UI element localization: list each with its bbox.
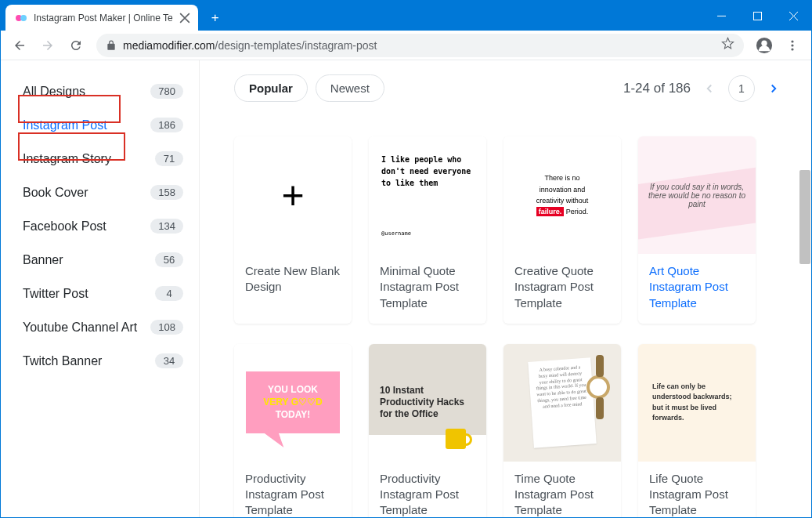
reload-button[interactable] [63, 33, 88, 58]
filter-newest[interactable]: Newest [316, 74, 384, 102]
sidebar-item-label: Instagram Story [23, 152, 111, 166]
svg-point-4 [761, 40, 767, 45]
template-thumbnail: Life can only be understood backwards; b… [638, 344, 756, 462]
sidebar-item-label: Instagram Post [23, 118, 107, 132]
template-card-create-blank[interactable]: + Create New Blank Design [234, 136, 352, 324]
window-controls [703, 1, 811, 31]
sidebar-item-label: All Designs [23, 85, 85, 99]
template-card[interactable]: 10 Instant Productivity Hacks for the Of… [369, 344, 486, 517]
sidebar-item-label: Banner [23, 253, 63, 267]
sidebar-item-banner[interactable]: Banner 56 [15, 243, 191, 277]
maximize-button[interactable] [739, 1, 775, 31]
pagination: 1-24 of 186 1 [623, 75, 785, 102]
template-card[interactable]: Life can only be understood backwards; b… [638, 344, 756, 517]
sidebar-item-label: Facebook Post [23, 219, 106, 234]
sidebar-item-count: 4 [155, 286, 183, 301]
sidebar-item-count: 34 [155, 353, 183, 368]
sidebar-item-book-cover[interactable]: Book Cover 158 [15, 176, 191, 209]
sidebar-item-youtube-channel-art[interactable]: Youtube Channel Art 108 [15, 310, 191, 344]
forward-button[interactable] [35, 33, 60, 58]
svg-point-6 [791, 44, 793, 46]
svg-point-7 [791, 48, 793, 50]
sidebar-item-label: Twitter Post [23, 287, 88, 301]
page-content: All Designs 780 Instagram Post 186 Insta… [1, 60, 811, 517]
template-card[interactable]: YOU LOOK VERY G♡♡D TODAY! Productivity I… [234, 344, 352, 517]
menu-icon[interactable] [780, 33, 805, 58]
template-thumbnail: A busy calendar and a busy mind will des… [503, 344, 621, 462]
card-title: Productivity Instagram Post Template [234, 462, 352, 517]
template-thumbnail: If you could say it in words, there woul… [638, 136, 756, 254]
card-title: Create New Blank Design [234, 254, 352, 308]
card-title: Productivity Instagram Post Template [369, 462, 486, 517]
window-close-button[interactable] [775, 1, 811, 31]
close-icon[interactable] [179, 13, 190, 24]
sidebar-item-instagram-post[interactable]: Instagram Post 186 [15, 108, 191, 142]
lock-icon [106, 40, 117, 51]
sidebar-item-count: 780 [150, 84, 183, 99]
address-bar[interactable]: mediamodifier.com/design-templates/insta… [96, 34, 744, 57]
pager-prev[interactable] [698, 78, 720, 100]
card-title: Time Quote Instagram Post Template [503, 462, 621, 517]
template-thumbnail: There is no innovation and creativity wi… [503, 136, 621, 254]
scrollbar-thumb[interactable] [799, 170, 810, 264]
card-title: Life Quote Instagram Post Template [638, 462, 756, 517]
sidebar-item-count: 158 [150, 185, 183, 200]
card-title: Creative Quote Instagram Post Template [503, 254, 621, 324]
pager-range: 1-24 of 186 [623, 81, 691, 96]
card-title: Minimal Quote Instagram Post Template [369, 254, 486, 324]
tab-title: Instagram Post Maker | Online Te [34, 13, 173, 24]
template-thumbnail: YOU LOOK VERY G♡♡D TODAY! [234, 344, 352, 462]
template-gallery: Popular Newest 1-24 of 186 1 + Create Ne… [200, 60, 811, 517]
svg-rect-2 [753, 12, 761, 20]
template-card[interactable]: If you could say it in words, there woul… [638, 136, 756, 324]
gallery-controls: Popular Newest 1-24 of 186 1 [234, 74, 785, 102]
sidebar-item-label: Book Cover [23, 186, 88, 200]
template-thumbnail: 10 Instant Productivity Hacks for the Of… [369, 344, 486, 462]
sidebar-item-count: 186 [150, 118, 183, 132]
sidebar-item-count: 71 [155, 151, 183, 166]
template-card[interactable]: I like people who don't need everyone to… [369, 136, 486, 324]
browser-toolbar: mediamodifier.com/design-templates/insta… [1, 31, 811, 60]
svg-point-1 [20, 15, 27, 21]
favicon-icon [15, 12, 27, 24]
pager-next[interactable] [763, 78, 785, 100]
sidebar-item-label: Youtube Channel Art [23, 321, 137, 335]
card-title: Art Quote Instagram Post Template [638, 254, 756, 324]
template-card[interactable]: There is no innovation and creativity wi… [503, 136, 621, 324]
minimize-button[interactable] [703, 1, 739, 31]
sidebar-item-facebook-post[interactable]: Facebook Post 134 [15, 209, 191, 243]
sidebar-item-count: 56 [155, 252, 183, 267]
sidebar-item-twitter-post[interactable]: Twitter Post 4 [15, 277, 191, 310]
svg-point-5 [791, 40, 793, 42]
star-icon[interactable] [721, 37, 734, 53]
sidebar-item-count: 134 [150, 219, 183, 234]
new-tab-button[interactable]: + [204, 5, 226, 31]
filter-popular[interactable]: Popular [234, 74, 308, 102]
template-grid: + Create New Blank Design I like people … [234, 136, 785, 517]
sidebar-item-instagram-story[interactable]: Instagram Story 71 [15, 142, 191, 176]
sidebar-item-all-designs[interactable]: All Designs 780 [15, 74, 191, 108]
sidebar-item-count: 108 [150, 320, 183, 335]
template-card[interactable]: A busy calendar and a busy mind will des… [503, 344, 621, 517]
window-titlebar: Instagram Post Maker | Online Te + [1, 1, 811, 31]
profile-icon[interactable] [752, 33, 777, 58]
category-sidebar: All Designs 780 Instagram Post 186 Insta… [1, 60, 200, 517]
plus-icon: + [234, 136, 352, 254]
sidebar-item-twitch-banner[interactable]: Twitch Banner 34 [15, 344, 191, 378]
template-thumbnail: I like people who don't need everyone to… [369, 136, 486, 254]
back-button[interactable] [7, 33, 32, 58]
pager-current[interactable]: 1 [728, 75, 755, 102]
browser-tab[interactable]: Instagram Post Maker | Online Te [5, 5, 198, 31]
sidebar-item-label: Twitch Banner [23, 354, 102, 368]
url-text: mediamodifier.com/design-templates/insta… [123, 39, 377, 52]
